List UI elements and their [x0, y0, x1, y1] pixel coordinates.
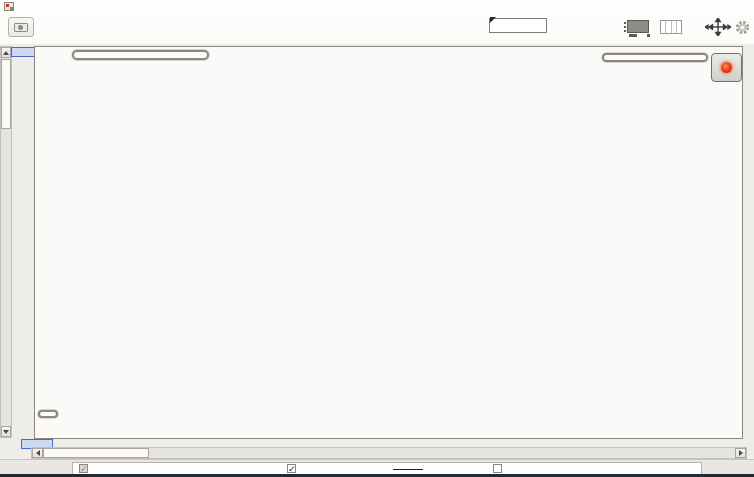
level-info-panel [602, 53, 708, 62]
spectrum-plot[interactable] [34, 46, 743, 439]
fs-sine-input[interactable] [489, 18, 547, 33]
app-window [0, 0, 754, 477]
scroll-left-button[interactable] [32, 448, 43, 458]
measurement-info-panel [72, 50, 209, 60]
no-measurement-checkbox[interactable] [79, 464, 88, 473]
record-button[interactable] [711, 53, 742, 82]
toolbar [0, 13, 754, 44]
peak-checkbox[interactable] [493, 464, 502, 473]
status-bar [0, 459, 754, 475]
spectrum-line-swatch [393, 469, 423, 470]
vertical-scroll-thumb[interactable] [1, 59, 11, 129]
panels-columns-icon[interactable] [660, 20, 682, 34]
horizontal-scroll-thumb[interactable] [43, 448, 149, 458]
spectrum-checkbox[interactable] [287, 464, 296, 473]
title-bar [0, 0, 754, 13]
scroll-up-button[interactable] [1, 47, 11, 58]
display-layout-icon[interactable] [627, 20, 649, 33]
scroll-down-button[interactable] [1, 426, 11, 437]
fs-sine-group [489, 14, 547, 33]
record-led-icon [721, 62, 732, 73]
scroll-right-button[interactable] [735, 448, 746, 458]
horizontal-scrollbar[interactable] [31, 447, 747, 459]
pan-move-icon[interactable] [705, 18, 731, 40]
settings-gear-icon[interactable] [735, 20, 750, 39]
averages-badge [38, 410, 58, 418]
maximize-button[interactable] [702, 0, 724, 12]
minimize-button[interactable] [676, 0, 698, 12]
app-icon[interactable] [4, 2, 14, 11]
y-axis-max-field[interactable] [11, 47, 35, 57]
vertical-scrollbar[interactable] [0, 46, 12, 438]
screenshot-button[interactable] [8, 17, 34, 37]
close-button[interactable] [728, 0, 750, 12]
